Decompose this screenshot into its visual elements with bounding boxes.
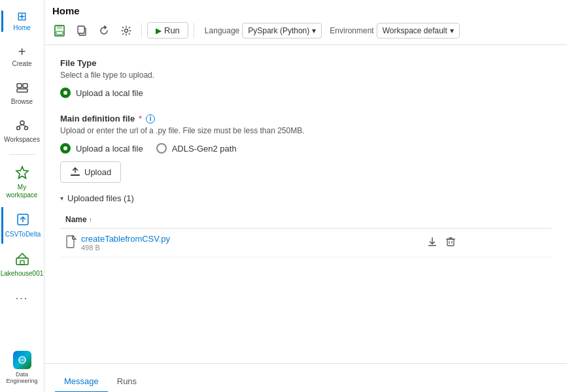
environment-value: Workspace default	[383, 26, 447, 35]
main-def-subtitle: Upload or enter the url of a .py file. F…	[60, 126, 551, 135]
sidebar-label-browse: Browse	[11, 98, 33, 106]
chevron-down-icon-2: ▾	[450, 26, 454, 35]
svg-point-18	[125, 29, 128, 32]
content-area: File Type Select a file type to upload. …	[44, 45, 567, 363]
chevron-icon: ▾	[60, 195, 63, 202]
name-col-label: Name	[65, 215, 87, 224]
upload-icon	[70, 166, 80, 178]
file-size: 498 B	[81, 244, 170, 252]
sidebar-bottom: Data Engineering	[0, 346, 44, 392]
radio-local-file-circle	[60, 88, 71, 98]
save-button[interactable]	[50, 21, 69, 41]
radio-main-local-label: Upload a local file	[76, 144, 143, 154]
settings-button[interactable]	[116, 21, 136, 41]
file-type-title: File Type	[60, 58, 551, 68]
uploaded-files-label: Uploaded files (1)	[67, 193, 134, 203]
file-type-section: File Type Select a file type to upload. …	[60, 58, 551, 98]
svg-rect-19	[71, 174, 80, 176]
sidebar-label-csvtodelta: CSVToDelta	[5, 231, 41, 238]
radio-main-local-circle	[60, 143, 71, 154]
data-engineering-icon	[13, 351, 31, 369]
svg-point-5	[24, 127, 27, 130]
home-icon: ⊞	[17, 10, 27, 22]
main-def-header: Main definition file * i	[60, 114, 551, 123]
sidebar: ⊞ Home + Create Browse Workspaces	[0, 0, 44, 392]
sidebar-item-myworkspace[interactable]: My workspace	[1, 160, 43, 204]
svg-rect-14	[57, 25, 62, 29]
sidebar-item-create[interactable]: + Create	[1, 40, 43, 73]
svg-rect-23	[428, 245, 436, 246]
file-name[interactable]: createTablefromCSV.py	[81, 234, 170, 244]
svg-point-4	[16, 127, 20, 130]
language-select[interactable]: PySpark (Python) ▾	[242, 23, 322, 39]
language-value: PySpark (Python)	[248, 26, 309, 35]
toolbar: ▶ Run Language PySpark (Python) ▾ Enviro…	[44, 16, 567, 45]
workspaces-icon	[16, 119, 29, 134]
upload-label: Upload	[84, 167, 111, 177]
bottom-tabs: Message Runs	[44, 363, 567, 392]
sidebar-item-csvtodelta[interactable]: CSVToDelta	[1, 207, 43, 244]
main-content: Home	[44, 0, 567, 392]
file-icon	[65, 235, 77, 251]
svg-rect-11	[20, 261, 24, 265]
sidebar-item-workspaces[interactable]: Workspaces	[1, 114, 43, 149]
info-icon[interactable]: i	[146, 114, 155, 123]
file-actions-cell	[421, 229, 551, 257]
refresh-button[interactable]	[94, 21, 114, 41]
svg-line-6	[18, 125, 22, 127]
sidebar-item-data-engineering[interactable]: Data Engineering	[1, 346, 43, 389]
name-column-header[interactable]: Name ↑	[60, 211, 421, 229]
create-icon: +	[18, 45, 26, 58]
data-engineering-label: Data Engineering	[4, 371, 41, 384]
radio-local-file-label: Upload a local file	[76, 88, 143, 98]
language-label: Language	[205, 26, 239, 35]
delete-button[interactable]	[444, 235, 457, 250]
svg-rect-10	[16, 258, 28, 265]
file-table: Name ↑	[60, 211, 551, 257]
copy-button[interactable]	[72, 21, 92, 41]
tab-runs[interactable]: Runs	[108, 371, 146, 392]
upload-button[interactable]: Upload	[60, 161, 121, 183]
sidebar-label-lakehouse: Lakehouse001	[1, 270, 44, 278]
sidebar-label-workspaces: Workspaces	[4, 136, 40, 144]
environment-select[interactable]: Workspace default ▾	[377, 23, 460, 39]
main-def-title: Main definition file	[60, 114, 135, 123]
file-row-name: createTablefromCSV.py 498 B	[65, 234, 415, 252]
svg-rect-17	[78, 26, 84, 33]
browse-icon	[16, 81, 29, 96]
download-button[interactable]	[426, 235, 439, 250]
chevron-down-icon: ▾	[312, 26, 316, 35]
more-icon: ···	[16, 293, 28, 304]
sidebar-item-browse[interactable]: Browse	[1, 76, 43, 111]
svg-rect-2	[23, 84, 27, 88]
actions-column-header	[421, 211, 551, 229]
sidebar-divider	[9, 154, 35, 155]
sidebar-item-home[interactable]: ⊞ Home	[1, 5, 43, 37]
svg-rect-1	[17, 89, 27, 92]
page-title: Home	[52, 5, 80, 16]
sidebar-item-more[interactable]: ···	[1, 288, 43, 309]
tab-message-label: Message	[64, 376, 99, 386]
run-button[interactable]: ▶ Run	[147, 22, 188, 39]
sidebar-item-lakehouse[interactable]: Lakehouse001	[1, 246, 43, 283]
toolbar-separator-2	[194, 23, 194, 39]
main-definition-section: Main definition file * i Upload or enter…	[60, 114, 551, 257]
sidebar-label-myworkspace: My workspace	[4, 184, 41, 199]
radio-main-local-option[interactable]: Upload a local file	[60, 143, 143, 154]
file-type-radio-group: Upload a local file	[60, 88, 551, 98]
file-actions	[426, 235, 546, 250]
radio-local-file-option[interactable]: Upload a local file	[60, 88, 551, 98]
sidebar-label-home: Home	[13, 24, 31, 32]
tab-message[interactable]: Message	[55, 371, 108, 392]
run-label: Run	[164, 25, 180, 35]
required-star: *	[139, 114, 142, 123]
radio-adls-option[interactable]: ADLS-Gen2 path	[156, 143, 237, 154]
myworkspace-icon	[15, 165, 29, 182]
radio-adls-circle	[156, 143, 167, 154]
page-header: Home	[44, 0, 567, 16]
main-def-radio-row: Upload a local file ADLS-Gen2 path	[60, 143, 551, 154]
uploaded-files-header[interactable]: ▾ Uploaded files (1)	[60, 193, 551, 203]
svg-line-7	[22, 125, 26, 127]
svg-rect-24	[447, 239, 454, 246]
sidebar-label-create: Create	[12, 60, 31, 68]
